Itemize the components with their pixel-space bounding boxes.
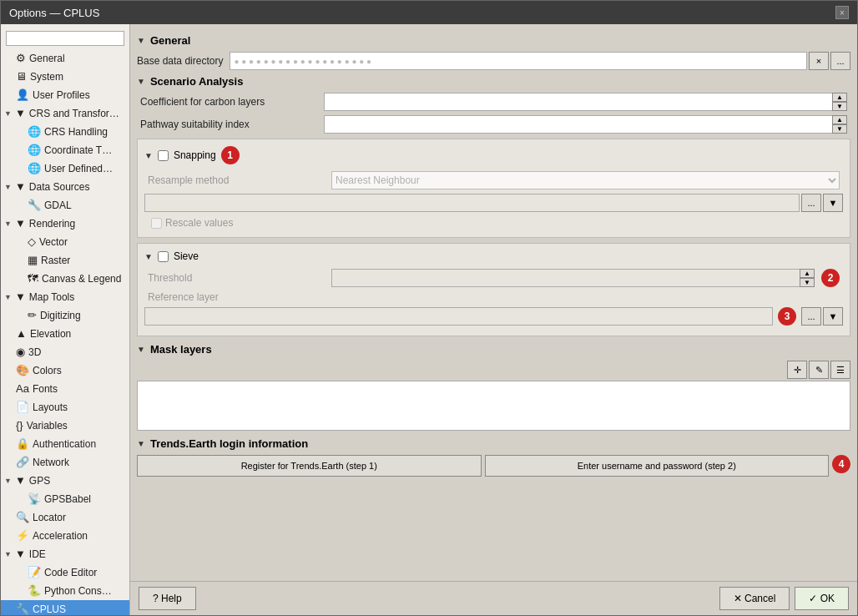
threshold-row: Threshold 10.00 ▲ ▼ 2: [144, 269, 843, 287]
sidebar-item-python-cons[interactable]: 🐍Python Cons…: [1, 582, 129, 600]
sieve-checkbox[interactable]: [158, 251, 169, 262]
ok-button[interactable]: ✓ OK: [795, 587, 849, 610]
coefficient-label: Coefficient for carbon layers: [140, 96, 324, 108]
login-btn[interactable]: Enter username and password (step 2): [485, 455, 830, 477]
sidebar-item-coordinate-t[interactable]: 🌐Coordinate T…: [1, 141, 129, 159]
sidebar-item-rendering[interactable]: ▼▼Rendering: [1, 215, 129, 233]
threshold-spin-down[interactable]: ▼: [800, 278, 815, 287]
sidebar-item-authentication[interactable]: 🔒Authentication: [1, 435, 129, 453]
sidebar-item-system[interactable]: 🖥System: [1, 68, 129, 86]
mask-add-btn[interactable]: ✛: [787, 361, 807, 379]
sidebar-item-gps[interactable]: ▼▼GPS: [1, 472, 129, 490]
threshold-spin-up[interactable]: ▲: [800, 269, 815, 278]
pathway-spin-up[interactable]: ▲: [832, 115, 847, 124]
resample-select[interactable]: Nearest Neighbour: [331, 171, 840, 189]
sidebar-item-crs-handling[interactable]: 🌐CRS Handling: [1, 123, 129, 141]
dialog-window: Options — CPLUS × ⚙General🖥System👤User P…: [0, 0, 858, 616]
snapping-arrow[interactable]: ▼: [144, 151, 153, 160]
sidebar-label-3d: 3D: [28, 345, 41, 360]
sidebar-item-ide[interactable]: ▼▼IDE: [1, 545, 129, 563]
sidebar-icon-canvas-legend: 🗺: [28, 271, 38, 286]
sidebar-label-gpsbabel: GPSBabel: [44, 492, 91, 507]
sidebar-item-layouts[interactable]: 📄Layouts: [1, 398, 129, 417]
sidebar-label-layouts: Layouts: [33, 400, 68, 415]
sieve-arrow[interactable]: ▼: [144, 252, 153, 261]
sidebar-item-raster[interactable]: ▦Raster: [1, 251, 129, 270]
sidebar-label-rendering: Rendering: [29, 216, 75, 231]
sidebar-item-vector[interactable]: ◇Vector: [1, 233, 129, 251]
reference-layer-btn[interactable]: ...: [801, 307, 821, 326]
sidebar-item-user-defined[interactable]: 🌐User Defined…: [1, 159, 129, 178]
sidebar-item-digitizing[interactable]: ✏Digitizing: [1, 306, 129, 325]
sidebar-label-variables: Variables: [27, 418, 68, 433]
mask-toolbar: ✛ ✎ ☰: [137, 361, 850, 379]
rescale-checkbox[interactable]: [151, 218, 162, 229]
register-btn[interactable]: Register for Trends.Earth (step 1): [137, 455, 482, 477]
sidebar-label-gdal: GDAL: [44, 198, 72, 213]
sidebar-item-code-editor[interactable]: 📝Code Editor: [1, 563, 129, 582]
sidebar-item-user-profiles[interactable]: 👤User Profiles: [1, 86, 129, 104]
sidebar-item-map-tools[interactable]: ▼▼Map Tools: [1, 288, 129, 306]
base-dir-browse-btn[interactable]: ...: [830, 52, 850, 70]
coefficient-spin-down[interactable]: ▼: [832, 102, 847, 111]
sidebar-item-crs-transform[interactable]: ▼▼CRS and Transfor…: [1, 104, 129, 123]
sidebar-item-locator[interactable]: 🔍Locator: [1, 508, 129, 527]
snapping-down-btn[interactable]: ▼: [823, 194, 843, 212]
sidebar-item-network[interactable]: 🔗Network: [1, 453, 129, 472]
sidebar-icon-digitizing: ✏: [28, 308, 37, 323]
sidebar-item-gpsbabel[interactable]: 📡GPSBabel: [1, 490, 129, 508]
threshold-spin-btns: ▲ ▼: [800, 269, 815, 287]
sidebar-item-variables[interactable]: {}Variables: [1, 417, 129, 435]
cancel-button[interactable]: ✕ Cancel: [719, 587, 790, 610]
coefficient-spin-up[interactable]: ▲: [832, 93, 847, 102]
sidebar-arrow-rendering: ▼: [4, 216, 12, 231]
sidebar-item-canvas-legend[interactable]: 🗺Canvas & Legend: [1, 270, 129, 288]
threshold-input[interactable]: 10.00: [331, 269, 800, 287]
main-panel: ▼ General Base data directory × ... ▼ Sc…: [130, 24, 857, 615]
coefficient-row: Coefficient for carbon layers 1.0 ▲ ▼: [137, 93, 850, 111]
sidebar-label-network: Network: [33, 455, 69, 470]
trends-arrow[interactable]: ▼: [137, 439, 145, 448]
coefficient-input[interactable]: 1.0: [324, 93, 832, 111]
snapping-checkbox[interactable]: [158, 150, 169, 161]
sidebar-label-canvas-legend: Canvas & Legend: [42, 271, 121, 286]
sidebar-item-fonts[interactable]: AaFonts: [1, 380, 129, 398]
base-dir-clear-btn[interactable]: ×: [809, 52, 829, 70]
sidebar-item-gdal[interactable]: 🔧GDAL: [1, 196, 129, 215]
snapping-path-input[interactable]: [144, 194, 800, 212]
search-input[interactable]: [6, 31, 124, 46]
sidebar-item-data-sources[interactable]: ▼▼Data Sources: [1, 178, 129, 196]
mask-list-btn[interactable]: ☰: [830, 361, 850, 379]
scenario-arrow[interactable]: ▼: [137, 77, 145, 86]
sidebar-icon-user-profiles: 👤: [16, 88, 29, 103]
reference-layer-row: 3 ... ▼: [144, 307, 843, 326]
pathway-spin-down[interactable]: ▼: [832, 124, 847, 134]
pathway-input[interactable]: 1.0: [324, 115, 832, 134]
reference-layer-input[interactable]: [144, 307, 773, 326]
sidebar-label-digitizing: Digitizing: [40, 308, 81, 323]
sidebar-item-general[interactable]: ⚙General: [1, 49, 129, 68]
resample-row: Resample method Nearest Neighbour: [144, 171, 843, 189]
mask-arrow[interactable]: ▼: [137, 345, 145, 354]
sieve-section: ▼ Sieve Threshold 10.00 ▲ ▼ 2: [137, 243, 850, 336]
reference-layer-down-btn[interactable]: ▼: [823, 307, 843, 326]
help-button[interactable]: ? Help: [139, 587, 196, 610]
mask-edit-btn[interactable]: ✎: [809, 361, 829, 379]
general-section-header: ▼ General: [137, 34, 850, 47]
sidebar-arrow-crs-transform: ▼: [4, 106, 12, 121]
sidebar-item-acceleration[interactable]: ⚡Acceleration: [1, 527, 129, 545]
sidebar-item-3d[interactable]: ◉3D: [1, 343, 129, 361]
sidebar-icon-general: ⚙: [16, 51, 26, 66]
snapping-label: Snapping: [174, 149, 216, 161]
badge-2: 2: [821, 269, 840, 287]
base-data-dir-input[interactable]: [230, 52, 807, 70]
close-button[interactable]: ×: [835, 6, 849, 19]
general-arrow[interactable]: ▼: [137, 36, 145, 45]
pathway-spin-btns: ▲ ▼: [832, 115, 847, 134]
snapping-path-btn[interactable]: ...: [801, 194, 821, 212]
sidebar-item-colors[interactable]: 🎨Colors: [1, 361, 129, 380]
sidebar-label-user-defined: User Defined…: [44, 161, 113, 176]
snapping-section: ▼ Snapping 1 Resample method Nearest Nei…: [137, 139, 850, 238]
sidebar-item-cplus[interactable]: 🔧CPLUS: [1, 600, 129, 615]
sidebar-item-elevation[interactable]: ▲Elevation: [1, 325, 129, 343]
